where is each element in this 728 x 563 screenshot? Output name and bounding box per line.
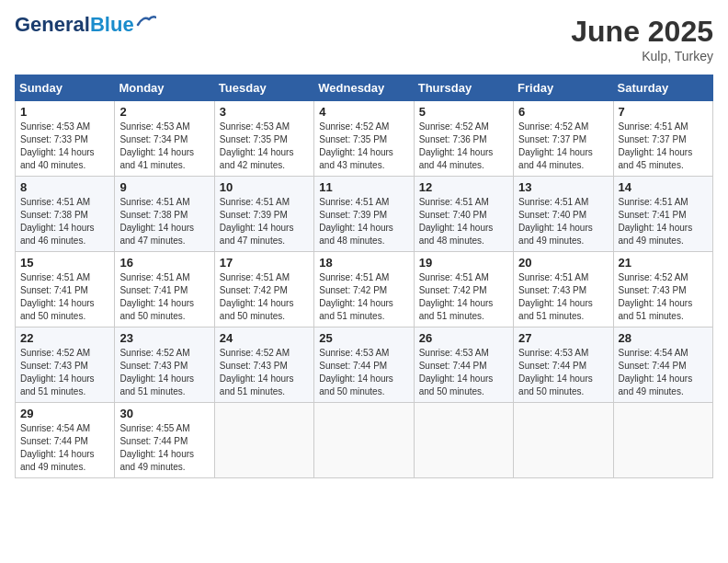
calendar-cell: 15Sunrise: 4:51 AMSunset: 7:41 PMDayligh…	[16, 252, 115, 327]
day-number: 23	[119, 331, 209, 345]
day-number: 14	[619, 180, 708, 194]
weekday-header-tuesday: Tuesday	[214, 75, 313, 101]
day-number: 1	[20, 105, 109, 119]
day-number: 2	[119, 105, 209, 119]
calendar-week-row: 1Sunrise: 4:53 AMSunset: 7:33 PMDaylight…	[16, 101, 713, 177]
day-info: Sunrise: 4:52 AMSunset: 7:43 PMDaylight:…	[119, 348, 194, 396]
calendar-table: SundayMondayTuesdayWednesdayThursdayFrid…	[15, 75, 713, 478]
calendar-cell: 8Sunrise: 4:51 AMSunset: 7:38 PMDaylight…	[16, 177, 115, 252]
day-number: 12	[419, 180, 508, 194]
calendar-week-row: 22Sunrise: 4:52 AMSunset: 7:43 PMDayligh…	[16, 327, 713, 403]
day-info: Sunrise: 4:53 AMSunset: 7:33 PMDaylight:…	[20, 121, 95, 170]
day-info: Sunrise: 4:51 AMSunset: 7:39 PMDaylight:…	[319, 197, 393, 246]
day-info: Sunrise: 4:51 AMSunset: 7:41 PMDaylight:…	[119, 272, 194, 321]
calendar-week-row: 15Sunrise: 4:51 AMSunset: 7:41 PMDayligh…	[16, 252, 713, 327]
calendar-cell: 13Sunrise: 4:51 AMSunset: 7:40 PMDayligh…	[514, 177, 613, 252]
calendar-cell	[214, 403, 313, 478]
day-info: Sunrise: 4:53 AMSunset: 7:44 PMDaylight:…	[319, 348, 393, 396]
calendar-cell	[514, 403, 613, 478]
calendar-cell: 12Sunrise: 4:51 AMSunset: 7:40 PMDayligh…	[414, 177, 513, 252]
day-info: Sunrise: 4:53 AMSunset: 7:44 PMDaylight:…	[419, 348, 494, 396]
calendar-cell: 18Sunrise: 4:51 AMSunset: 7:42 PMDayligh…	[314, 252, 414, 327]
calendar-cell: 5Sunrise: 4:52 AMSunset: 7:36 PMDaylight…	[414, 101, 513, 177]
day-info: Sunrise: 4:54 AMSunset: 7:44 PMDaylight:…	[20, 423, 95, 472]
day-info: Sunrise: 4:51 AMSunset: 7:39 PMDaylight:…	[220, 197, 294, 246]
day-number: 21	[619, 256, 708, 270]
day-info: Sunrise: 4:55 AMSunset: 7:44 PMDaylight:…	[119, 423, 194, 472]
logo-text: GeneralBlue	[15, 15, 134, 35]
weekday-header-thursday: Thursday	[414, 75, 513, 101]
day-number: 8	[20, 180, 109, 194]
calendar-cell: 30Sunrise: 4:55 AMSunset: 7:44 PMDayligh…	[115, 403, 214, 478]
day-info: Sunrise: 4:51 AMSunset: 7:42 PMDaylight:…	[220, 272, 294, 321]
calendar-cell: 26Sunrise: 4:53 AMSunset: 7:44 PMDayligh…	[414, 327, 513, 403]
calendar-cell: 6Sunrise: 4:52 AMSunset: 7:37 PMDaylight…	[514, 101, 613, 177]
day-number: 4	[319, 105, 408, 119]
day-info: Sunrise: 4:54 AMSunset: 7:44 PMDaylight:…	[619, 348, 693, 396]
day-number: 18	[319, 256, 408, 270]
day-number: 30	[119, 407, 209, 420]
calendar-cell: 22Sunrise: 4:52 AMSunset: 7:43 PMDayligh…	[16, 327, 115, 403]
page-header: GeneralBlue June 2025 Kulp, Turkey	[15, 15, 713, 63]
day-number: 16	[119, 256, 209, 270]
title-block: June 2025 Kulp, Turkey	[571, 15, 713, 63]
day-info: Sunrise: 4:51 AMSunset: 7:42 PMDaylight:…	[419, 272, 494, 321]
calendar-cell	[414, 403, 513, 478]
day-number: 27	[518, 331, 608, 345]
day-info: Sunrise: 4:51 AMSunset: 7:40 PMDaylight:…	[518, 197, 593, 246]
day-number: 25	[319, 331, 408, 345]
calendar-cell: 7Sunrise: 4:51 AMSunset: 7:37 PMDaylight…	[613, 101, 712, 177]
day-info: Sunrise: 4:52 AMSunset: 7:36 PMDaylight:…	[419, 121, 494, 170]
day-info: Sunrise: 4:52 AMSunset: 7:43 PMDaylight:…	[619, 272, 693, 321]
calendar-cell: 29Sunrise: 4:54 AMSunset: 7:44 PMDayligh…	[16, 403, 115, 478]
day-number: 26	[419, 331, 508, 345]
day-info: Sunrise: 4:51 AMSunset: 7:41 PMDaylight:…	[20, 272, 95, 321]
day-info: Sunrise: 4:51 AMSunset: 7:38 PMDaylight:…	[20, 197, 95, 246]
calendar-cell	[314, 403, 414, 478]
calendar-cell: 11Sunrise: 4:51 AMSunset: 7:39 PMDayligh…	[314, 177, 414, 252]
weekday-header-monday: Monday	[115, 75, 214, 101]
day-number: 24	[220, 331, 309, 345]
location: Kulp, Turkey	[571, 49, 713, 63]
calendar-cell: 1Sunrise: 4:53 AMSunset: 7:33 PMDaylight…	[16, 101, 115, 177]
calendar-cell: 19Sunrise: 4:51 AMSunset: 7:42 PMDayligh…	[414, 252, 513, 327]
calendar-cell: 23Sunrise: 4:52 AMSunset: 7:43 PMDayligh…	[115, 327, 214, 403]
weekday-header-row: SundayMondayTuesdayWednesdayThursdayFrid…	[16, 75, 713, 101]
day-info: Sunrise: 4:51 AMSunset: 7:37 PMDaylight:…	[619, 121, 693, 170]
day-info: Sunrise: 4:51 AMSunset: 7:40 PMDaylight:…	[419, 197, 494, 246]
calendar-week-row: 8Sunrise: 4:51 AMSunset: 7:38 PMDaylight…	[16, 177, 713, 252]
logo: GeneralBlue	[15, 15, 156, 35]
day-info: Sunrise: 4:53 AMSunset: 7:34 PMDaylight:…	[119, 121, 194, 170]
calendar-cell: 27Sunrise: 4:53 AMSunset: 7:44 PMDayligh…	[514, 327, 613, 403]
calendar-cell: 28Sunrise: 4:54 AMSunset: 7:44 PMDayligh…	[613, 327, 712, 403]
calendar-cell: 25Sunrise: 4:53 AMSunset: 7:44 PMDayligh…	[314, 327, 414, 403]
day-info: Sunrise: 4:53 AMSunset: 7:44 PMDaylight:…	[518, 348, 593, 396]
day-info: Sunrise: 4:51 AMSunset: 7:38 PMDaylight:…	[119, 197, 194, 246]
calendar-cell: 16Sunrise: 4:51 AMSunset: 7:41 PMDayligh…	[115, 252, 214, 327]
weekday-header-saturday: Saturday	[613, 75, 712, 101]
calendar-cell: 10Sunrise: 4:51 AMSunset: 7:39 PMDayligh…	[214, 177, 313, 252]
day-number: 29	[20, 407, 109, 420]
day-info: Sunrise: 4:52 AMSunset: 7:37 PMDaylight:…	[518, 121, 593, 170]
calendar-cell: 21Sunrise: 4:52 AMSunset: 7:43 PMDayligh…	[613, 252, 712, 327]
day-number: 13	[518, 180, 608, 194]
day-number: 9	[119, 180, 209, 194]
weekday-header-wednesday: Wednesday	[314, 75, 414, 101]
day-number: 11	[319, 180, 408, 194]
calendar-cell: 4Sunrise: 4:52 AMSunset: 7:35 PMDaylight…	[314, 101, 414, 177]
day-info: Sunrise: 4:51 AMSunset: 7:42 PMDaylight:…	[319, 272, 393, 321]
day-info: Sunrise: 4:53 AMSunset: 7:35 PMDaylight:…	[220, 121, 294, 170]
calendar-cell: 20Sunrise: 4:51 AMSunset: 7:43 PMDayligh…	[514, 252, 613, 327]
day-info: Sunrise: 4:52 AMSunset: 7:35 PMDaylight:…	[319, 121, 393, 170]
day-number: 17	[220, 256, 309, 270]
day-info: Sunrise: 4:51 AMSunset: 7:41 PMDaylight:…	[619, 197, 693, 246]
calendar-cell: 2Sunrise: 4:53 AMSunset: 7:34 PMDaylight…	[115, 101, 214, 177]
day-number: 5	[419, 105, 508, 119]
weekday-header-sunday: Sunday	[16, 75, 115, 101]
day-number: 3	[220, 105, 309, 119]
day-number: 19	[419, 256, 508, 270]
month-title: June 2025	[571, 15, 713, 49]
day-number: 20	[518, 256, 608, 270]
day-number: 28	[619, 331, 708, 345]
calendar-cell: 14Sunrise: 4:51 AMSunset: 7:41 PMDayligh…	[613, 177, 712, 252]
